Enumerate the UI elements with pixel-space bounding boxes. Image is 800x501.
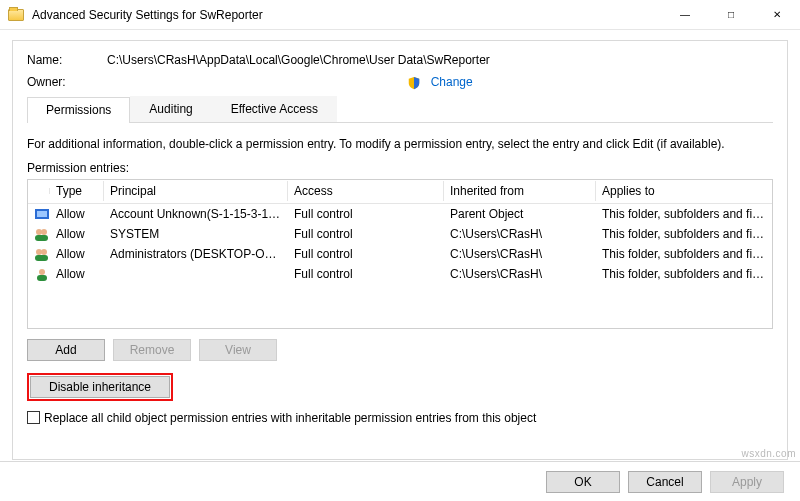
view-button: View (199, 339, 277, 361)
entries-label: Permission entries: (27, 161, 773, 175)
name-label: Name: (27, 53, 107, 67)
window-title: Advanced Security Settings for SwReporte… (32, 8, 662, 22)
cell-principal (104, 273, 288, 275)
principal-icon (34, 267, 50, 281)
table-row[interactable]: Allow SYSTEM Full control C:\Users\CRasH… (28, 224, 772, 244)
replace-checkbox-row: Replace all child object permission entr… (27, 411, 773, 425)
cell-access: Full control (288, 206, 444, 222)
name-row: Name: C:\Users\CRasH\AppData\Local\Googl… (27, 53, 773, 67)
cell-inherited: C:\Users\CRasH\ (444, 226, 596, 242)
info-text: For additional information, double-click… (27, 137, 773, 151)
col-principal[interactable]: Principal (104, 181, 288, 201)
owner-row: Owner: Change (27, 75, 773, 90)
main-panel: Name: C:\Users\CRasH\AppData\Local\Googl… (12, 40, 788, 460)
change-link[interactable]: Change (431, 75, 473, 89)
cell-access: Full control (288, 246, 444, 262)
close-button[interactable]: ✕ (754, 0, 800, 30)
table-header: Type Principal Access Inherited from App… (28, 180, 772, 204)
tabs: Permissions Auditing Effective Access (27, 96, 773, 123)
principal-icon (34, 247, 50, 261)
cell-type: Allow (50, 246, 104, 262)
svg-point-3 (41, 229, 47, 235)
svg-point-6 (41, 249, 47, 255)
disable-inheritance-button[interactable]: Disable inheritance (30, 376, 170, 398)
table-row[interactable]: Allow Full control C:\Users\CRasH\ This … (28, 264, 772, 284)
apply-button: Apply (710, 471, 784, 493)
ok-button[interactable]: OK (546, 471, 620, 493)
cell-type: Allow (50, 206, 104, 222)
tab-auditing[interactable]: Auditing (130, 96, 211, 122)
shield-icon (407, 76, 421, 90)
cell-inherited: C:\Users\CRasH\ (444, 266, 596, 282)
replace-checkbox-label: Replace all child object permission entr… (44, 411, 536, 425)
cell-principal: Account Unknown(S-1-15-3-102… (104, 206, 288, 222)
tab-effective-access[interactable]: Effective Access (212, 96, 337, 122)
cell-applies: This folder, subfolders and files (596, 266, 772, 282)
folder-icon (8, 9, 24, 21)
watermark: wsxdn.com (741, 448, 796, 459)
cell-inherited: Parent Object (444, 206, 596, 222)
col-access[interactable]: Access (288, 181, 444, 201)
owner-change: Change (107, 75, 773, 90)
highlight-annotation: Disable inheritance (27, 373, 173, 401)
cell-access: Full control (288, 226, 444, 242)
cancel-button[interactable]: Cancel (628, 471, 702, 493)
replace-checkbox[interactable] (27, 411, 40, 424)
svg-point-8 (39, 269, 45, 275)
cell-inherited: C:\Users\CRasH\ (444, 246, 596, 262)
name-value: C:\Users\CRasH\AppData\Local\Google\Chro… (107, 53, 490, 67)
col-type[interactable]: Type (50, 181, 104, 201)
permission-table: Type Principal Access Inherited from App… (27, 179, 773, 329)
cell-access: Full control (288, 266, 444, 282)
svg-rect-7 (35, 255, 48, 261)
cell-principal: SYSTEM (104, 226, 288, 242)
cell-principal: Administrators (DESKTOP-O3FGF… (104, 246, 288, 262)
cell-type: Allow (50, 226, 104, 242)
minimize-button[interactable]: ― (662, 0, 708, 30)
titlebar: Advanced Security Settings for SwReporte… (0, 0, 800, 30)
cell-type: Allow (50, 266, 104, 282)
table-row[interactable]: Allow Administrators (DESKTOP-O3FGF… Ful… (28, 244, 772, 264)
cell-applies: This folder, subfolders and files (596, 226, 772, 242)
col-applies[interactable]: Applies to (596, 181, 772, 201)
cell-applies: This folder, subfolders and files (596, 246, 772, 262)
col-inherited[interactable]: Inherited from (444, 181, 596, 201)
entry-buttons: Add Remove View (27, 339, 773, 361)
tab-permissions[interactable]: Permissions (27, 97, 130, 123)
add-button[interactable]: Add (27, 339, 105, 361)
svg-rect-9 (37, 275, 47, 281)
table-row[interactable]: Allow Account Unknown(S-1-15-3-102… Full… (28, 204, 772, 224)
owner-label: Owner: (27, 75, 107, 89)
dialog-footer: OK Cancel Apply (0, 461, 800, 501)
principal-icon (34, 227, 50, 241)
cell-applies: This folder, subfolders and files (596, 206, 772, 222)
remove-button: Remove (113, 339, 191, 361)
svg-rect-4 (35, 235, 48, 241)
principal-icon (34, 207, 50, 221)
svg-rect-1 (37, 211, 47, 217)
maximize-button[interactable]: □ (708, 0, 754, 30)
